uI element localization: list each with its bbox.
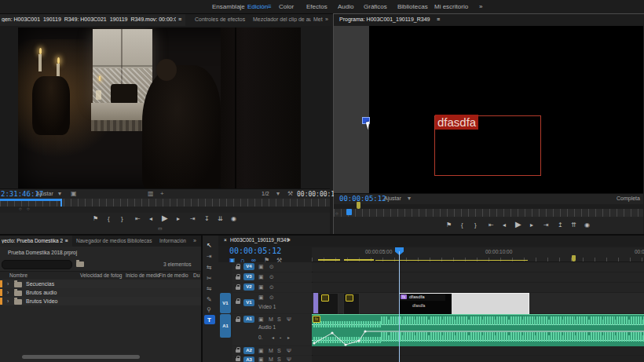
workspace-overflow-icon[interactable]: » [479,3,482,10]
mute-button[interactable]: M [269,347,273,354]
slip-tool[interactable]: ⇋ [207,285,212,292]
track-header-a1[interactable]: A1 ▣ M S Ψ Audio 1 0. ◂ ⬩ ▸ [232,314,312,346]
track-header-a3[interactable]: A3 ▣ M S Ψ [232,356,312,362]
track-badge[interactable]: A2 [243,347,254,354]
playhead-line[interactable] [399,251,400,362]
workspace-tab-graficos[interactable]: Gráficos [364,3,387,10]
lock-icon[interactable] [236,301,240,304]
track-header-v1[interactable]: V1 ▣ ⊙ Vídeo 1 [232,293,312,313]
bin-name[interactable]: Brutos Vídeo [26,298,57,304]
tab-sequence[interactable]: H003C001_190119_R349 [230,237,289,243]
selection-tool[interactable]: ↖ [207,242,212,249]
mark-out-button[interactable]: } [474,221,477,229]
track-header-v2[interactable]: V2 ▣ ⊙ [232,283,312,292]
chevron-down-icon[interactable]: ▾ [58,190,61,197]
project-tabs-overflow-icon[interactable]: » [193,238,196,243]
track-output-eye-icon[interactable]: ⊙ [269,263,274,270]
export-frame-button[interactable]: ◉ [584,221,590,229]
goto-in-button[interactable]: ⇤ [488,221,494,229]
program-fit-select[interactable]: Ajustar [384,196,401,201]
workspace-tab-ensamblaje[interactable]: Ensamblaje [212,3,245,10]
sync-lock-icon[interactable]: ▣ [258,356,264,362]
volume-rubber-band[interactable] [312,315,644,346]
video-clip[interactable] [318,293,338,315]
lock-icon[interactable] [236,266,240,269]
track-badge[interactable]: A1 [243,316,254,323]
track-badge[interactable]: V2 [243,283,254,291]
workspace-tab-bibliotecas[interactable]: Bibliotecas [397,3,428,10]
sync-lock-icon[interactable]: ▣ [258,347,264,354]
row-expand-icon[interactable]: › [7,281,9,287]
project-panel-menu-icon[interactable]: ≡ [65,238,68,243]
prev-keyframe-icon[interactable]: ◂ [272,335,274,342]
step-back-button[interactable]: ◂ [503,221,506,229]
mute-button[interactable]: M [269,356,273,362]
table-row[interactable]: › Brutos Vídeo [0,297,201,305]
workspace-tab-color[interactable]: Color [279,3,294,10]
chevron-down-icon[interactable]: ▾ [276,190,280,197]
mic-icon[interactable]: Ψ [287,347,291,354]
track-output-eye-icon[interactable]: ⊙ [269,283,274,291]
table-row[interactable]: › Brutos audio [0,288,201,297]
ripple-edit-tool[interactable]: ⇆ [207,264,212,271]
source-fit-select[interactable]: Ajustar [36,191,53,196]
zoom-handle-icon[interactable]: ○ [27,206,30,213]
track-badge[interactable]: V4 [243,263,254,270]
timeline-tab-close-icon[interactable]: × [224,237,227,243]
tab-effect-controls[interactable]: Controles de efectos [195,16,245,22]
bin-name[interactable]: Brutos audio [26,290,57,295]
column-header-inicio[interactable]: Inicio de medio [126,272,160,278]
source-patch-audio[interactable]: A1 [220,314,231,338]
tab-audio-clip-mixer[interactable]: Mezclador del clip de audio: H003C001_19… [253,16,311,22]
chevron-down-icon[interactable]: ▾ [408,195,411,202]
tab-libraries[interactable]: Bibliotecas [127,238,152,243]
goto-out-button[interactable]: ⇥ [543,221,549,229]
solo-button[interactable]: S [277,347,281,354]
track-name[interactable]: Audio 1 [258,324,276,330]
workspace-tab-audio[interactable]: Audio [338,3,353,10]
sync-lock-icon[interactable]: ▣ [258,263,264,270]
column-header-fin[interactable]: Fin de medio [159,272,188,278]
source-panel-menu-icon[interactable]: ≡ [178,16,181,22]
track-lane-v4[interactable] [312,262,644,272]
overlay-text[interactable]: dfasdfa [435,115,478,130]
track-badge[interactable]: V3 [243,273,254,280]
workspace-tab-efectos[interactable]: Efectos [306,3,327,10]
video-clip[interactable] [343,293,360,315]
lock-icon[interactable] [236,287,240,290]
column-header-velocidad[interactable]: Velocidad de fotog [80,272,123,278]
horizontal-scrollbar[interactable] [22,355,140,359]
safe-margins-icon[interactable]: ▣ [71,190,77,197]
workspace-menu-icon[interactable]: ≡ [268,3,272,10]
track-lane-v3[interactable] [312,272,644,282]
folder-icon[interactable] [76,261,84,267]
sync-lock-icon[interactable]: ▣ [258,273,264,280]
play-button[interactable]: ▶ [515,221,521,228]
timeline-current-timecode[interactable]: 00:00:05:12 [229,247,281,255]
track-badge[interactable]: V1 [243,299,254,306]
source-patch-video[interactable]: V1 [220,293,231,313]
type-tool[interactable]: T [207,316,211,324]
track-badge[interactable]: A3 [243,357,254,362]
column-header-nombre[interactable]: Nombre [9,272,27,278]
track-select-tool[interactable]: ⇥ [207,253,212,260]
lift-button[interactable]: ↥ [558,221,563,229]
goto-out-button[interactable]: ⇥ [190,215,196,222]
play-button[interactable]: ▶ [162,214,168,221]
track-lane-a2[interactable] [312,346,644,355]
add-marker-button[interactable]: ⚑ [446,221,452,229]
button-editor-icon[interactable]: ▭ [158,225,163,232]
sync-lock-icon[interactable]: ▣ [258,316,264,323]
track-header-a2[interactable]: A2 ▣ M S Ψ [232,346,312,355]
plus-icon[interactable]: + [160,190,164,197]
insert-button[interactable]: ↧ [204,215,210,222]
grid-icon[interactable]: ▥ [148,190,154,197]
wrench-icon[interactable]: ⚒ [287,190,293,197]
mic-icon[interactable]: Ψ [287,316,291,323]
source-playhead[interactable] [60,199,62,207]
tab-metadata[interactable]: Met [313,16,323,22]
row-expand-icon[interactable]: › [7,290,9,295]
tab-media-browser[interactable]: Navegador de medios [76,238,126,243]
track-lane-a3[interactable] [312,356,644,362]
track-lane-v2[interactable] [312,283,644,292]
